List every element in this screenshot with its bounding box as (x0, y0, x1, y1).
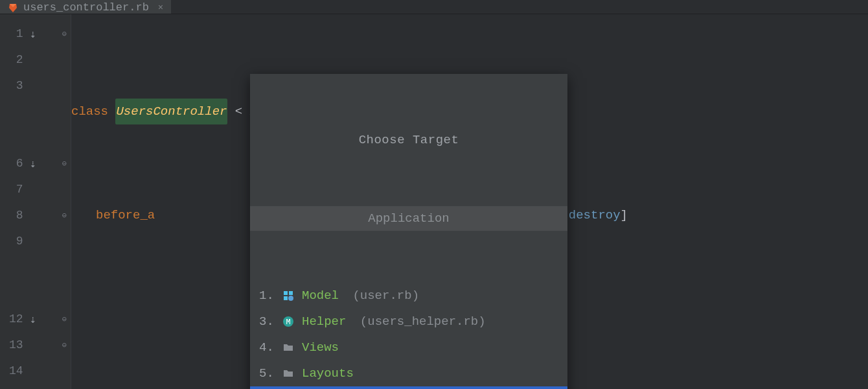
popup-item-number: 5. (259, 360, 275, 386)
gutter-line (0, 254, 71, 280)
popup-item-label: Views (302, 335, 339, 360)
gutter-line: 13⊖ (0, 332, 71, 358)
gutter-line: 6⇣⊖ (0, 150, 71, 176)
gutter-line (0, 99, 71, 124)
line-number: 2 (0, 53, 23, 66)
class-name: UsersController (115, 99, 227, 124)
fold-icon[interactable]: ⊖ (42, 211, 71, 220)
fold-icon[interactable]: ⊖ (42, 340, 71, 350)
popup-item-paren: (structure.sql) (352, 386, 470, 389)
popup-item-label: Helper (302, 309, 346, 335)
editor-tab-filename: users_controller.rb (23, 1, 149, 14)
svg-rect-2 (284, 291, 288, 295)
choose-target-popup: Choose Target Application 1.Model (user.… (250, 74, 567, 389)
popup-item-number: 6. (259, 386, 275, 389)
gutter-line: 2 (0, 47, 71, 73)
gutter-line: 9 (0, 228, 71, 254)
gutter-line: 7 (0, 176, 71, 202)
line-number: 12 (0, 312, 23, 325)
close-icon[interactable]: × (158, 3, 163, 13)
svg-rect-4 (284, 296, 288, 300)
editor-code[interactable]: class UsersController < ApplicationContr… (71, 14, 868, 389)
ruby-file-icon (8, 3, 18, 13)
symbol: :destroy (561, 202, 620, 228)
popup-item-paren: (users_helper.rb) (352, 309, 485, 335)
line-number: 1 (0, 27, 23, 40)
keyword-before-action: before_a (96, 202, 155, 228)
editor-tab[interactable]: users_controller.rb × (0, 0, 171, 14)
gutter-line: 12⇣⊖ (0, 306, 71, 332)
popup-item-paren: (user.rb) (345, 283, 419, 309)
implements-icon[interactable]: ⇣ (23, 157, 43, 171)
implements-icon[interactable]: ⇣ (23, 312, 43, 326)
editor-gutter: 1⇣⊖236⇣⊖78⊖912⇣⊖13⊖14 (0, 14, 71, 389)
popup-title: Choose Target (250, 126, 567, 154)
line-number: 13 (0, 338, 23, 351)
popup-item-model[interactable]: 1.Model (user.rb) (250, 283, 567, 309)
gutter-line: 14 (0, 358, 71, 384)
popup-item-label: Model (302, 283, 339, 309)
svg-rect-3 (289, 291, 293, 295)
line-number: 8 (0, 209, 23, 222)
popup-item-views[interactable]: 4.Views (250, 335, 567, 360)
implements-icon[interactable]: ⇣ (23, 27, 43, 41)
line-number: 9 (0, 235, 23, 248)
editor: 1⇣⊖236⇣⊖78⊖912⇣⊖13⊖14 class UsersControl… (0, 14, 868, 389)
popup-item-helper[interactable]: 3.MHelper (users_helper.rb) (250, 309, 567, 335)
line-number: 3 (0, 79, 23, 92)
svg-point-5 (288, 296, 293, 301)
gutter-line: 8⊖ (0, 202, 71, 228)
model-icon (281, 290, 295, 301)
editor-tabbar: users_controller.rb × (0, 0, 868, 14)
popup-item-number: 3. (259, 309, 275, 335)
line-number: 6 (0, 157, 23, 170)
svg-text:M: M (286, 318, 291, 326)
gutter-line (0, 280, 71, 306)
fold-icon[interactable]: ⊖ (42, 29, 71, 39)
keyword-class: class (71, 99, 115, 124)
popup-section-application: Application (250, 206, 567, 231)
gutter-line (0, 124, 71, 150)
popup-item-number: 1. (259, 283, 275, 309)
folder-icon (281, 342, 295, 353)
fold-icon[interactable]: ⊖ (42, 314, 71, 324)
fold-icon[interactable]: ⊖ (42, 159, 71, 169)
popup-item-number: 4. (259, 335, 275, 360)
line-number: 7 (0, 183, 23, 196)
helper-icon: M (281, 316, 295, 327)
popup-item-schema[interactable]: 6.Schema (structure.sql) (250, 386, 567, 389)
popup-item-layouts[interactable]: 5.Layouts (250, 360, 567, 386)
folder-icon (281, 368, 295, 379)
popup-item-label: Schema (302, 386, 346, 389)
popup-item-label: Layouts (302, 360, 354, 386)
gutter-line: 3 (0, 73, 71, 99)
line-number: 14 (0, 364, 23, 377)
gutter-line: 1⇣⊖ (0, 21, 71, 47)
